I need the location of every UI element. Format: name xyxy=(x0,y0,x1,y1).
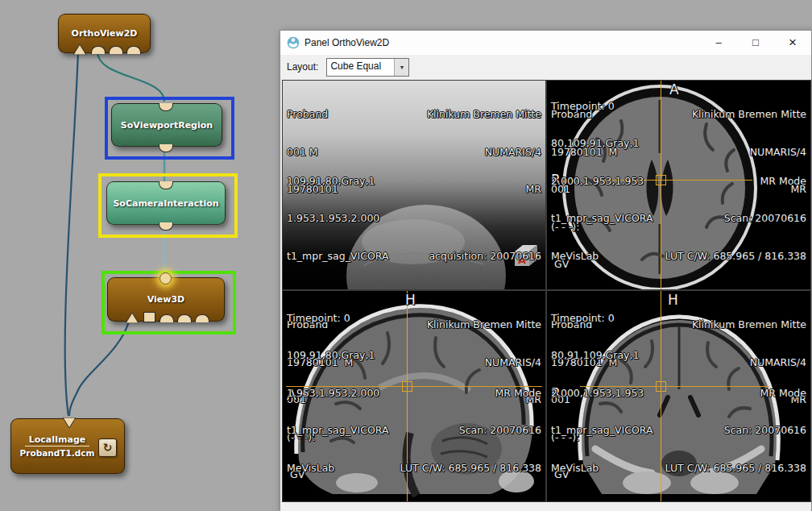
input-connector[interactable] xyxy=(109,46,123,54)
minimize-button[interactable]: – xyxy=(700,31,737,55)
maximize-button[interactable]: □ xyxy=(737,31,774,55)
mevislab-app-icon xyxy=(287,36,300,49)
layout-dropdown-value: Cube Equal xyxy=(327,59,394,76)
orientation-label-anterior: A xyxy=(669,82,679,97)
viewport-axial[interactable]: Proband 19780101 M 001 (- - -): GV Klini… xyxy=(546,80,811,290)
input-connector[interactable] xyxy=(177,314,192,322)
input-connector-square[interactable] xyxy=(143,312,155,322)
image-meta: 109,91,80,Gray,1 1.953,1.953,2.000 t1_mp… xyxy=(287,150,389,288)
input-connector[interactable] xyxy=(160,314,174,322)
orthoview-viewer: A L Proband 001 M 19780101 Klinikum Brem… xyxy=(282,80,810,501)
node-socamerainteraction[interactable]: SoCameraInteraction xyxy=(106,181,226,225)
node-label: View3D xyxy=(147,294,185,305)
input-connector[interactable] xyxy=(126,46,141,54)
network-canvas[interactable]: OrthoView2D SoViewportRegion SoCameraInt… xyxy=(0,0,290,511)
scene-output-connector[interactable] xyxy=(159,181,173,189)
output-connector-triangle[interactable] xyxy=(63,418,76,428)
node-soviewportregion[interactable]: SoViewportRegion xyxy=(111,103,222,147)
input-connector-triangle[interactable] xyxy=(73,44,86,55)
scan-status: MR Mode Scan: 20070616 LUT C/W: 685.965 … xyxy=(665,150,806,288)
node-view3d[interactable]: View3D xyxy=(107,277,225,322)
node-label: SoViewportRegion xyxy=(121,120,213,131)
node-label: LocalImage xyxy=(25,434,90,447)
input-connector[interactable] xyxy=(195,314,209,322)
viewport-coronal[interactable]: Proband 19780101 M 001 (- - -): GV Klini… xyxy=(546,290,811,502)
node-localimage[interactable]: LocalImage ProbandT1.dcm ↻ xyxy=(10,418,125,474)
viewport-sagittal[interactable]: Proband 19780101 M 001 (- - -): GV Klini… xyxy=(282,290,546,502)
crosshair-vertical[interactable] xyxy=(661,291,661,501)
scan-status: MR Mode Scan: 20070616 LUT C/W: 685.965 … xyxy=(400,362,541,500)
layout-label: Layout: xyxy=(287,61,318,73)
reload-icon: ↻ xyxy=(103,441,113,454)
orientation-label-head: H xyxy=(668,293,678,307)
close-button[interactable]: × xyxy=(774,31,811,55)
input-connector-triangle[interactable] xyxy=(126,313,139,323)
window-titlebar[interactable]: Panel OrthoView2D – □ × xyxy=(280,31,811,55)
slice-meta: Slice: 49 Timepoint: 0 80,109,91,Gray,1 … xyxy=(551,80,653,287)
institution-info: Klinikum Bremen Mitte NUMARIS/4 MR xyxy=(427,83,541,221)
layout-toolbar: Layout: Cube Equal ▼ xyxy=(280,55,811,79)
scene-input-connector-highlighted[interactable] xyxy=(160,272,172,285)
window-title: Panel OrthoView2D xyxy=(304,37,700,48)
scene-output-connector[interactable] xyxy=(159,103,173,111)
viewport-3d[interactable]: A L Proband 001 M 19780101 Klinikum Brem… xyxy=(282,80,546,290)
node-filename: ProbandT1.dcm xyxy=(20,448,95,458)
chevron-down-icon: ▼ xyxy=(394,59,408,76)
node-label: SoCameraInteraction xyxy=(113,198,218,209)
node-orthoview2d[interactable]: OrthoView2D xyxy=(58,14,151,53)
input-connector[interactable] xyxy=(91,46,106,54)
acquisition-date: acquisition: 20070616 xyxy=(429,225,541,288)
orientation-label-head: H xyxy=(405,293,416,307)
scan-status: MR Mode Scan: 20070616 LUT C/W: 685.965 … xyxy=(665,362,806,500)
slice-meta: Slice: 46 Timepoint: 0 109,91,80,Gray,1 … xyxy=(287,290,389,499)
layout-dropdown[interactable]: Cube Equal ▼ xyxy=(326,58,409,77)
node-label: OrthoView2D xyxy=(72,28,138,39)
slice-meta: Slice: 51 Timepoint: 0 80,91,109,Gray,1 … xyxy=(551,290,653,499)
reload-button[interactable]: ↻ xyxy=(98,438,117,457)
panel-window: Panel OrthoView2D – □ × Layout: Cube Equ… xyxy=(280,30,812,511)
